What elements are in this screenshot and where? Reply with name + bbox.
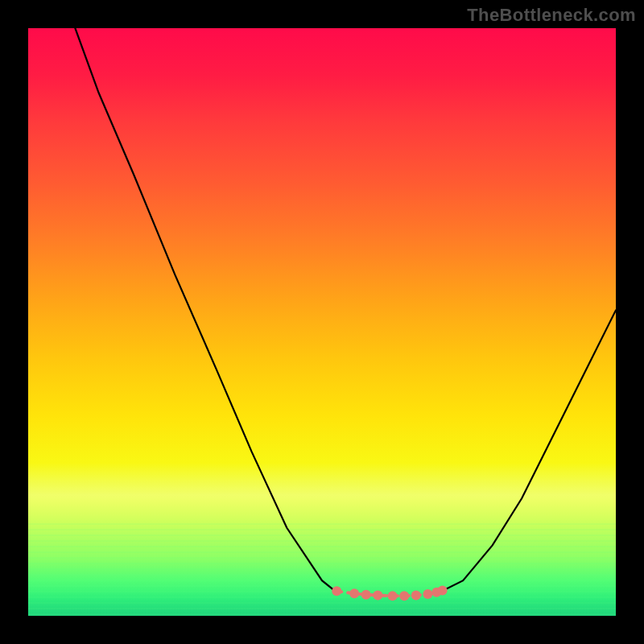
flat-zone-dot — [373, 591, 382, 601]
flat-zone-dot — [411, 591, 421, 601]
right-branch-curve — [440, 310, 616, 592]
left-branch-curve — [75, 28, 336, 592]
flat-zone-dot — [349, 588, 359, 598]
chart-frame: TheBottleneck.com — [0, 0, 644, 644]
flat-zone-dot — [361, 590, 371, 600]
chart-svg — [28, 28, 616, 616]
flat-zone-dot — [423, 589, 432, 599]
flat-zone-dot — [438, 586, 448, 596]
flat-zone-dot — [332, 586, 341, 596]
flat-zone-dot — [399, 591, 409, 601]
flat-zone-dot — [388, 591, 398, 601]
plot-area — [28, 28, 616, 616]
watermark-text: TheBottleneck.com — [467, 5, 636, 26]
